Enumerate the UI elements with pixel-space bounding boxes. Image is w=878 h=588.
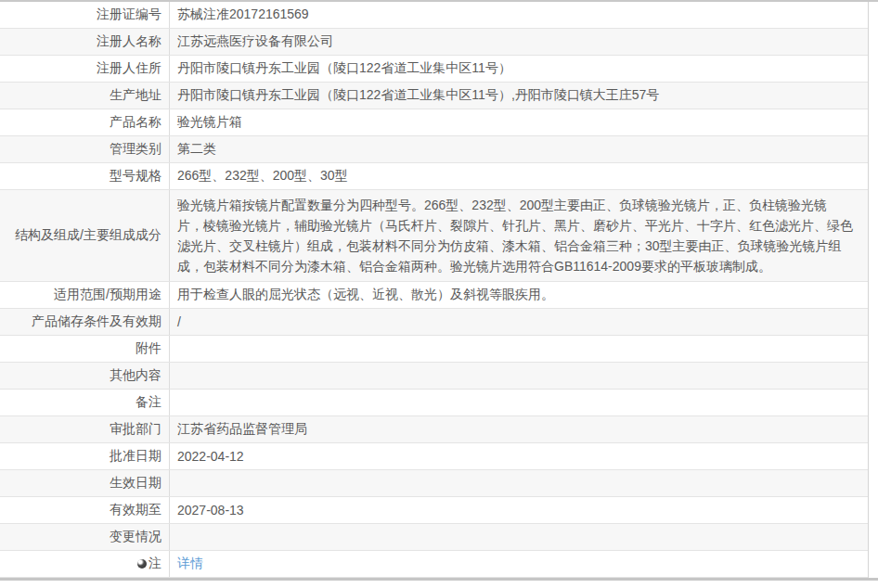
row-label-text: 注册证编号 [97,6,161,23]
row-label-text: 备注 [136,394,161,411]
row-label-text: 批准日期 [110,448,161,465]
row-label-text: 生产地址 [110,87,161,104]
row-value: 验光镜片箱按镜片配置数量分为四种型号。266型、232型、200型主要由正、负球… [170,190,868,281]
row-value-text: 丹阳市陵口镇丹东工业园（陵口122省道工业集中区11号）,丹阳市陵口镇大王庄57… [177,87,659,104]
row-label: 批准日期 [0,443,170,469]
table-row: 附件 [0,336,868,363]
row-label-text: 管理类别 [110,141,161,158]
row-label-text: 生效日期 [110,475,161,492]
row-value-text: 江苏远燕医疗设备有限公司 [177,33,333,50]
row-label-text: 附件 [136,340,161,357]
spacer [0,581,878,588]
row-value-text: 用于检查人眼的屈光状态（远视、近视、散光）及斜视等眼疾用。 [177,287,554,303]
row-label-text: 产品名称 [110,114,161,131]
row-label-text: 产品储存条件及有效期 [32,313,161,330]
table-row: 注册人住所丹阳市陵口镇丹东工业园（陵口122省道工业集中区11号） [0,56,868,83]
row-label: 有效期至 [0,497,170,523]
row-value-text: 验光镜片箱按镜片配置数量分为四种型号。266型、232型、200型主要由正、负球… [177,198,853,274]
registration-table: 注册证编号苏械注准20172161569注册人名称江苏远燕医疗设备有限公司注册人… [0,2,869,578]
row-label: 注册证编号 [0,2,170,28]
row-label-text: 注 [148,556,161,572]
row-value: 丹阳市陵口镇丹东工业园（陵口122省道工业集中区11号）,丹阳市陵口镇大王庄57… [170,83,868,109]
row-value [170,470,868,496]
table-row: 产品名称验光镜片箱 [0,109,868,136]
table-row: 批准日期2022-04-12 [0,443,868,470]
row-value-text: 2022-04-12 [177,449,244,464]
row-value: 丹阳市陵口镇丹东工业园（陵口122省道工业集中区11号） [170,56,868,82]
table-row: 注详情 [0,551,868,578]
table-row: 有效期至2027-08-13 [0,497,868,524]
row-label: 产品名称 [0,109,170,135]
row-value-text: 江苏省药品监督管理局 [177,421,307,438]
row-value: 第二类 [170,136,868,162]
table-row: 产品储存条件及有效期/ [0,309,868,336]
row-label-text: 注册人名称 [97,33,161,50]
row-label: 型号规格 [0,163,170,189]
table-row: 结构及组成/主要组成成分验光镜片箱按镜片配置数量分为四种型号。266型、232型… [0,190,868,282]
row-label: 适用范围/预期用途 [0,282,170,308]
row-label: 注册人名称 [0,29,170,55]
row-value-text: 266型、232型、200型、30型 [177,168,348,185]
table-row: 变更情况 [0,524,868,551]
table-row: 审批部门江苏省药品监督管理局 [0,416,868,443]
row-value [170,336,868,362]
row-label: 备注 [0,390,170,415]
row-label: 管理类别 [0,136,170,162]
table-row: 生产地址丹阳市陵口镇丹东工业园（陵口122省道工业集中区11号）,丹阳市陵口镇大… [0,83,868,109]
row-value-text: 2027-08-13 [177,503,244,518]
row-value: 江苏省药品监督管理局 [170,416,868,442]
row-label: 产品储存条件及有效期 [0,309,170,335]
registration-detail-page: 注册证编号苏械注准20172161569注册人名称江苏远燕医疗设备有限公司注册人… [0,0,878,588]
row-value: 用于检查人眼的屈光状态（远视、近视、散光）及斜视等眼疾用。 [170,282,868,308]
row-value [170,363,868,389]
row-value: 2027-08-13 [170,497,868,523]
row-label-text: 适用范围/预期用途 [54,287,161,303]
table-row: 管理类别第二类 [0,136,868,163]
row-label-text: 其他内容 [110,367,161,384]
row-label: 审批部门 [0,416,170,442]
table-row: 适用范围/预期用途用于检查人眼的屈光状态（远视、近视、散光）及斜视等眼疾用。 [0,282,868,309]
row-value-text: 苏械注准20172161569 [177,6,309,23]
note-bullet-icon [137,559,147,569]
row-label-text: 审批部门 [110,421,161,438]
table-row: 其他内容 [0,363,868,390]
row-label-text: 结构及组成/主要组成成分 [15,227,161,244]
table-row: 备注 [0,390,868,416]
detail-link[interactable]: 详情 [177,556,203,572]
row-value-text: 丹阳市陵口镇丹东工业园（陵口122省道工业集中区11号） [177,60,511,77]
row-value [170,524,868,550]
table-row: 生效日期 [0,470,868,497]
row-label-text: 型号规格 [110,168,161,185]
table-row: 注册证编号苏械注准20172161569 [0,2,868,29]
row-value: 验光镜片箱 [170,109,868,135]
row-value-text: 验光镜片箱 [177,114,242,131]
row-value: 苏械注准20172161569 [170,2,868,28]
row-value: 详情 [170,551,868,577]
table-row: 注册人名称江苏远燕医疗设备有限公司 [0,29,868,56]
row-label: 结构及组成/主要组成成分 [0,190,170,281]
row-label-text: 变更情况 [110,529,161,545]
row-label: 变更情况 [0,524,170,550]
row-label: 生产地址 [0,83,170,109]
row-value: / [170,309,868,335]
row-label: 其他内容 [0,363,170,389]
row-value: 2022-04-12 [170,443,868,469]
table-row: 型号规格266型、232型、200型、30型 [0,163,868,190]
row-label-text: 有效期至 [110,502,161,518]
row-label: 附件 [0,336,170,362]
row-value: 266型、232型、200型、30型 [170,163,868,189]
row-label: 注 [0,551,170,577]
row-value [170,390,868,415]
row-value: 江苏远燕医疗设备有限公司 [170,29,868,55]
row-value-text: / [177,314,181,329]
row-value-text: 第二类 [177,141,216,158]
row-label: 注册人住所 [0,56,170,82]
row-label: 生效日期 [0,470,170,496]
row-label-text: 注册人住所 [97,60,161,77]
